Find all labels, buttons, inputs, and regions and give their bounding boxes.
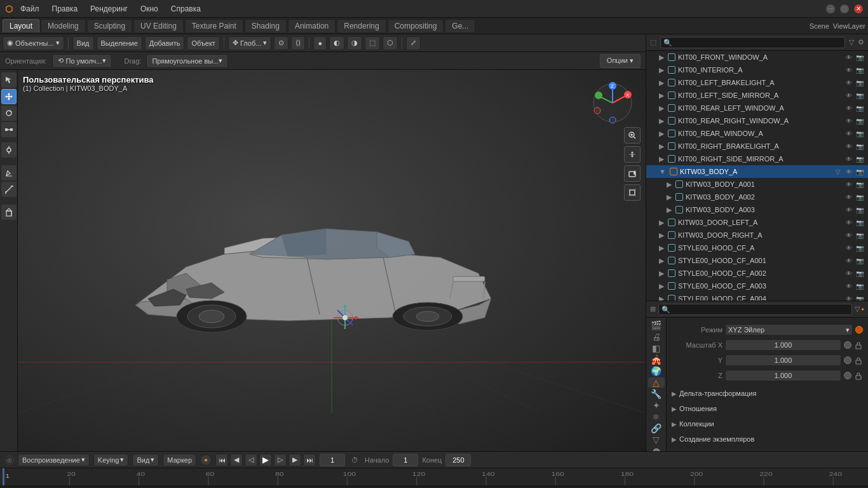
outliner-item-right-brake[interactable]: ▶ KIT00_RIGHT_BRAKELIGHT_A 👁 📷 <box>646 140 868 152</box>
tab-compositing[interactable]: Compositing <box>388 19 444 32</box>
outliner-item-kitw03-body[interactable]: ▼ KITW03_BODY_A ▽ 👁 📷 <box>646 165 868 178</box>
relations-section[interactable]: ▶ Отношения <box>672 402 863 416</box>
fullscreen-button[interactable]: ⤢ <box>406 36 421 50</box>
visibility-icon[interactable]: 👁 <box>844 269 853 278</box>
viewport-options-button[interactable]: Опции ▾ <box>600 54 641 68</box>
outliner-item-right-mirror[interactable]: ▶ KIT00_RIGHT_SIDE_MIRROR_A 👁 📷 <box>646 152 868 165</box>
outliner-item-body-001[interactable]: ▶ KITW03_BODY_A001 👁 📷 <box>646 178 868 191</box>
camera-icon[interactable]: 📷 <box>855 281 864 290</box>
tab-animation[interactable]: Animation <box>288 19 336 32</box>
orientation-select[interactable]: ⟲ По умолч... ▾ <box>52 54 112 68</box>
tool-move[interactable] <box>1 89 17 104</box>
visibility-icon[interactable]: 👁 <box>844 104 853 112</box>
record-button[interactable]: ● <box>200 454 212 466</box>
tool-measure[interactable] <box>1 182 17 197</box>
camera-icon[interactable]: 📷 <box>855 180 864 189</box>
outliner-item-left-mirror[interactable]: ▶ KIT00_LEFT_SIDE_MIRROR_A 👁 📷 <box>646 89 868 102</box>
camera-icon[interactable]: 📷 <box>855 294 864 301</box>
outliner-item-hood-002[interactable]: ▶ STYLE00_HOOD_CF_A002 👁 📷 <box>646 267 868 280</box>
menu-help[interactable]: Справка <box>168 3 203 15</box>
props-world-icon[interactable]: 🌍 <box>648 366 665 376</box>
end-frame-input[interactable]: 250 <box>445 454 471 466</box>
transform-button[interactable]: ✥ Глоб... ▾ <box>228 36 271 50</box>
visibility-icon[interactable]: 👁 <box>844 281 853 290</box>
visibility-icon[interactable]: 👁 <box>844 294 853 301</box>
camera-icon[interactable]: 📷 <box>855 53 864 62</box>
drag-select[interactable]: Прямоугольное вы... ▾ <box>146 54 228 68</box>
step-forward-keyframe-button[interactable]: ▷ <box>274 454 287 466</box>
props-data-icon[interactable]: ▽ <box>648 435 665 445</box>
camera-icon[interactable]: 📷 <box>855 231 864 240</box>
triangle-icon[interactable]: ▽ <box>834 167 843 176</box>
visibility-icon[interactable]: 👁 <box>844 218 853 227</box>
tab-layout[interactable]: Layout <box>3 19 39 32</box>
properties-search-input[interactable] <box>658 304 852 315</box>
camera-icon[interactable]: 📷 <box>855 78 864 87</box>
camera-icon[interactable]: 📷 <box>855 243 864 252</box>
visibility-icon[interactable]: 👁 <box>844 231 853 240</box>
scale-y-lock-icon[interactable] <box>854 356 863 365</box>
view-zoom-in-button[interactable] <box>624 127 641 144</box>
camera-icon[interactable]: 📷 <box>855 269 864 278</box>
view-menu-button[interactable]: Вид ▾ <box>132 454 159 466</box>
props-view-layer-icon[interactable]: ◧ <box>648 343 665 353</box>
select-menu-button[interactable]: Выделение <box>97 36 142 50</box>
outliner-search-input[interactable] <box>660 37 845 48</box>
visibility-icon[interactable]: 👁 <box>844 78 853 87</box>
jump-to-start-button[interactable]: ⏮ <box>215 454 228 466</box>
outliner-item-body-003[interactable]: ▶ KITW03_BODY_A003 👁 📷 <box>646 203 868 216</box>
props-filter-icon[interactable]: ▽ <box>855 305 860 313</box>
outliner-item-hood-003[interactable]: ▶ STYLE00_HOOD_CF_A003 👁 📷 <box>646 280 868 292</box>
scale-x-lock-icon[interactable] <box>854 341 863 349</box>
tab-sculpting[interactable]: Sculpting <box>87 19 132 32</box>
snap-button[interactable]: ⟨⟩ <box>291 36 305 50</box>
visibility-icon[interactable]: 👁 <box>844 180 853 189</box>
start-frame-input[interactable]: 1 <box>393 454 418 466</box>
timeline-ruler[interactable]: 1 20 40 60 80 100 120 140 160 180 200 22… <box>0 468 868 485</box>
step-back-button[interactable]: ◀ <box>230 454 243 466</box>
tab-texture-paint[interactable]: Texture Paint <box>185 19 243 32</box>
navigation-gizmo[interactable]: Z X <box>587 78 638 128</box>
keying-menu-button[interactable]: Keying ▾ <box>93 454 129 466</box>
scale-x-value[interactable]: 1.000 <box>725 339 841 351</box>
minimize-button[interactable]: ─ <box>826 4 835 13</box>
outliner-item-body-002[interactable]: ▶ KITW03_BODY_A002 👁 📷 <box>646 191 868 203</box>
maximize-button[interactable]: □ <box>840 4 849 13</box>
visibility-icon[interactable]: 👁 <box>844 65 853 74</box>
motion-paths-section[interactable]: ▶ Траектории движения <box>672 447 863 451</box>
viewport-mode-button[interactable]: ◉ Объектны... ▾ <box>3 36 64 50</box>
outliner-filter-icon[interactable]: ▽ <box>849 38 854 46</box>
delta-transform-section[interactable]: ▶ Дельта-трансформация <box>672 386 863 400</box>
camera-icon[interactable]: 📷 <box>855 218 864 227</box>
outliner-item-left-brake[interactable]: ▶ KIT00_LEFT_BRAKELIGHT_A 👁 📷 <box>646 76 868 89</box>
xray-toggle[interactable]: ⬡ <box>383 36 398 50</box>
tool-scale[interactable] <box>1 122 17 137</box>
menu-file[interactable]: Файл <box>18 3 42 15</box>
tool-transform[interactable] <box>1 142 17 158</box>
props-physics-icon[interactable]: ⚛ <box>648 412 665 422</box>
outliner-item-hood[interactable]: ▶ STYLE00_HOOD_CF_A 👁 📷 <box>646 241 868 254</box>
jump-to-end-button[interactable]: ⏭ <box>303 454 316 466</box>
visibility-icon[interactable]: 👁 <box>844 193 853 201</box>
view-menu-button[interactable]: Вид <box>72 36 94 50</box>
outliner-item-rear-window[interactable]: ▶ KIT00_REAR_WINDOW_A 👁 📷 <box>646 127 868 140</box>
props-object-icon[interactable]: △ <box>648 377 665 388</box>
visibility-icon[interactable]: 👁 <box>844 256 853 265</box>
viewport-overlay-toggle[interactable]: ⬚ <box>365 36 380 50</box>
props-particles-icon[interactable]: ✦ <box>648 400 665 410</box>
proportional-edit-button[interactable]: ⊙ <box>274 36 288 50</box>
camera-icon[interactable]: 📷 <box>855 193 864 201</box>
scale-z-lock-icon[interactable] <box>854 371 863 380</box>
props-constraints-icon[interactable]: 🔗 <box>648 423 665 433</box>
outliner-item-front-window[interactable]: ▶ KIT00_FRONT_WINDOW_A 👁 📷 <box>646 51 868 64</box>
outliner-item-interior[interactable]: ▶ KIT00_INTERIOR_A 👁 📷 <box>646 64 868 76</box>
visibility-icon[interactable]: 👁 <box>844 116 853 125</box>
outliner-item-rear-right-window[interactable]: ▶ KIT00_REAR_RIGHT_WINDOW_A 👁 📷 <box>646 114 868 127</box>
step-forward-button[interactable]: ▶ <box>288 454 301 466</box>
camera-icon[interactable]: 📷 <box>855 256 864 265</box>
props-output-icon[interactable]: 🖨 <box>648 332 665 342</box>
tool-add-cube[interactable] <box>1 205 17 220</box>
camera-icon[interactable]: 📷 <box>855 116 864 125</box>
visibility-icon[interactable]: 👁 <box>844 142 853 151</box>
visibility-icon[interactable]: 👁 <box>844 53 853 62</box>
